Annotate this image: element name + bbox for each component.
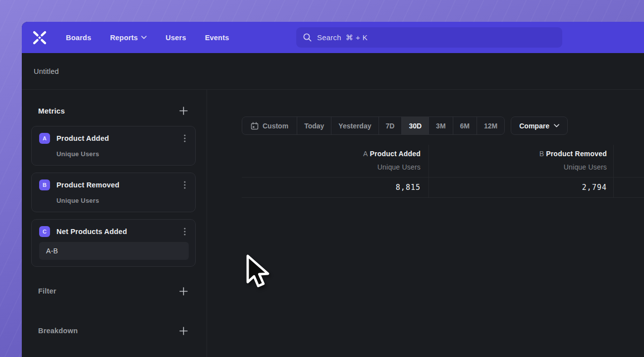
calendar-icon: [251, 122, 259, 130]
metric-card-a[interactable]: A Product Added Unique Users: [31, 126, 196, 166]
metric-letter-badge: C: [39, 226, 50, 237]
search-icon: [303, 33, 312, 42]
metric-letter-badge: A: [39, 133, 50, 144]
nav-items: Boards Reports Users Events: [66, 34, 229, 42]
metric-name: Product Added: [56, 134, 109, 142]
nav-item-users[interactable]: Users: [165, 34, 186, 42]
formula-input[interactable]: A-B: [39, 242, 189, 260]
date-option-today[interactable]: Today: [297, 117, 331, 134]
metric-name: Product Removed: [56, 181, 119, 189]
chevron-down-icon: [554, 124, 559, 127]
date-range-controls: Custom Today Yesterday 7D 30D: [242, 117, 568, 135]
add-filter-button[interactable]: [179, 287, 188, 296]
metric-name: Product Removed: [546, 150, 607, 158]
date-option-label: Yesterday: [338, 122, 371, 130]
date-option-label: 30D: [409, 122, 422, 130]
date-option-label: 3M: [436, 122, 445, 130]
date-option-3m[interactable]: 3M: [429, 117, 453, 134]
app-window: Boards Reports Users Events: [22, 22, 644, 357]
table-cell-value: 2,794: [207, 183, 607, 192]
document-title[interactable]: Untitled: [34, 67, 59, 75]
metric-menu-button[interactable]: [181, 134, 189, 143]
date-range-picker: Custom Today Yesterday 7D 30D: [242, 117, 505, 135]
nav-item-label: Reports: [110, 34, 138, 42]
content: Metrics A Product Added Unique Users B P…: [22, 90, 644, 357]
table-divider: [242, 177, 644, 178]
breakdown-section-title: Breakdown: [38, 327, 78, 335]
nav-item-label: Users: [165, 34, 186, 42]
compare-label: Compare: [519, 122, 549, 130]
date-option-custom[interactable]: Custom: [242, 117, 297, 134]
date-option-30d-selected[interactable]: 30D: [402, 117, 429, 134]
metric-menu-button[interactable]: [181, 227, 189, 236]
filter-section-header: Filter: [38, 285, 188, 297]
chevron-down-icon: [141, 36, 147, 39]
table-divider: [242, 197, 644, 198]
metric-card-c[interactable]: C Net Products Added A-B: [31, 219, 196, 267]
formula-value: A-B: [46, 247, 58, 255]
nav-item-label: Boards: [66, 34, 91, 42]
metrics-section-title: Metrics: [38, 107, 65, 115]
add-breakdown-button[interactable]: [179, 327, 188, 335]
table-column-header: BProduct Removed: [207, 150, 607, 158]
metric-menu-button[interactable]: [181, 180, 189, 189]
date-option-yesterday[interactable]: Yesterday: [331, 117, 378, 134]
metric-name: Net Products Added: [56, 228, 127, 236]
metric-aggregation[interactable]: Unique Users: [56, 197, 99, 204]
add-metric-button[interactable]: [179, 107, 188, 115]
breakdown-section-header: Breakdown: [38, 325, 188, 337]
table-column-subheader: Unique Users: [207, 163, 607, 171]
metric-letter-badge: B: [39, 179, 50, 190]
table-column-divider: [613, 145, 614, 197]
date-option-7d[interactable]: 7D: [379, 117, 402, 134]
date-option-label: 6M: [460, 122, 470, 130]
date-option-label: Custom: [263, 122, 288, 130]
compare-button[interactable]: Compare: [511, 117, 568, 135]
date-option-label: Today: [304, 122, 324, 130]
search-placeholder: Search: [317, 33, 341, 42]
nav-item-boards[interactable]: Boards: [66, 34, 91, 42]
date-option-12m[interactable]: 12M: [477, 117, 504, 134]
search-input[interactable]: Search ⌘ + K: [296, 27, 562, 48]
mixpanel-logo-icon[interactable]: [30, 29, 50, 47]
metric-letter: B: [539, 150, 544, 158]
query-sidebar: Metrics A Product Added Unique Users B P…: [22, 90, 207, 357]
nav-item-reports[interactable]: Reports: [110, 34, 147, 42]
metrics-section-header: Metrics: [38, 105, 188, 117]
top-nav: Boards Reports Users Events: [22, 22, 644, 53]
search-shortcut: ⌘ + K: [346, 33, 368, 42]
date-option-6m[interactable]: 6M: [453, 117, 477, 134]
filter-section-title: Filter: [38, 287, 56, 295]
metric-aggregation[interactable]: Unique Users: [56, 150, 99, 158]
nav-item-label: Events: [205, 34, 229, 42]
date-option-label: 7D: [386, 122, 395, 130]
report-panel: Custom Today Yesterday 7D 30D: [207, 90, 644, 357]
document-header: Untitled: [22, 53, 644, 90]
table-column-divider: [429, 145, 429, 197]
date-option-label: 12M: [484, 122, 497, 130]
nav-item-events[interactable]: Events: [205, 34, 229, 42]
metric-card-b[interactable]: B Product Removed Unique Users: [31, 173, 196, 212]
